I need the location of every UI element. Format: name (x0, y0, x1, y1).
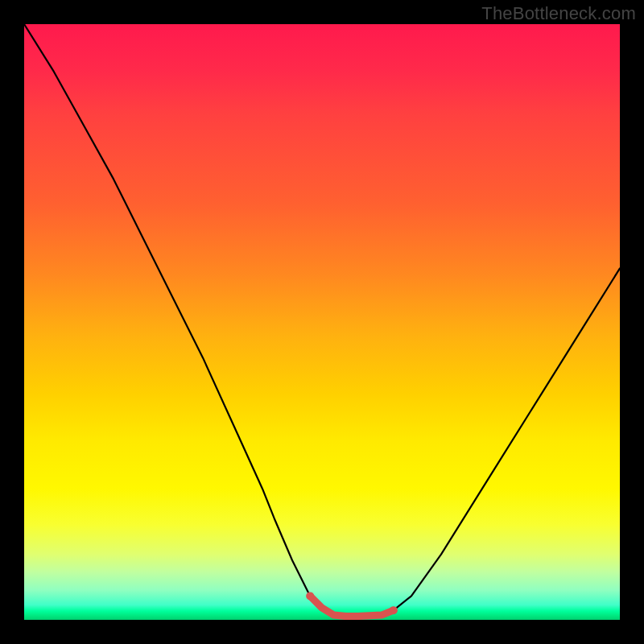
chart-highlight-valley (310, 596, 394, 616)
watermark-text: TheBottleneck.com (481, 3, 636, 24)
chart-plot-area (24, 24, 620, 620)
chart-svg (24, 24, 620, 620)
chart-curve-line (24, 24, 620, 617)
chart-highlight-dot-end (390, 606, 398, 614)
chart-highlight-dot-start (306, 592, 314, 600)
